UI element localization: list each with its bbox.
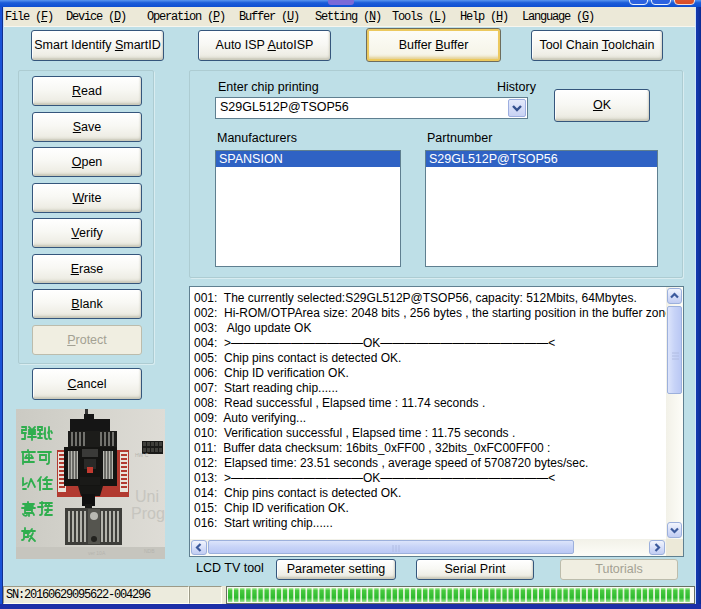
svg-text:ver 10A: ver 10A	[88, 550, 106, 556]
svg-text:Progr: Progr	[131, 505, 165, 522]
svg-text:NDB: NDB	[144, 548, 155, 554]
svg-text:HW C: HW C	[135, 452, 149, 458]
svg-text:Uni: Uni	[135, 488, 159, 505]
